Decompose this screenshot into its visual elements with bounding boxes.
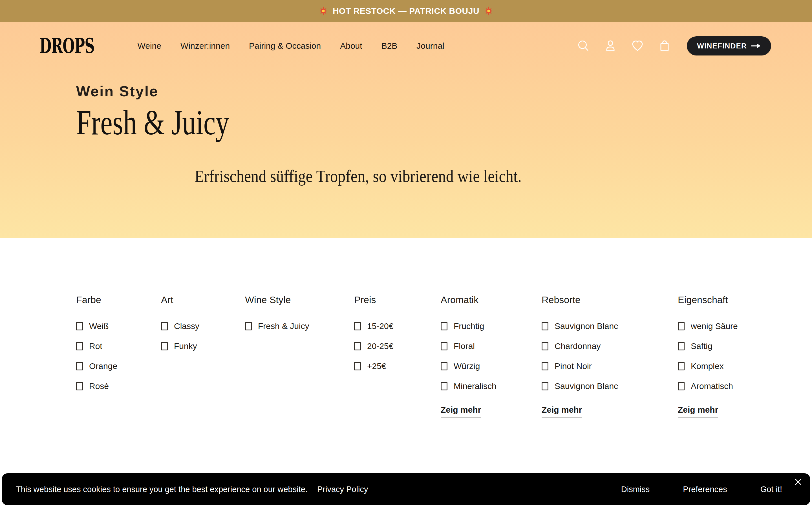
filter-option-label: Pinot Noir [555,361,592,371]
nav-item-weine[interactable]: Weine [138,41,161,51]
filter-option[interactable]: Chardonnay [542,340,601,352]
filter-option[interactable]: Pinot Noir [542,360,592,372]
filter-option-label: Rot [89,341,102,351]
filter-option[interactable]: Floral [441,340,475,352]
checkbox[interactable] [542,322,548,330]
filter-option-label: +25€ [367,361,386,371]
filter-option-label: Mineralisch [454,381,497,391]
privacy-policy-link[interactable]: Privacy Policy [317,485,368,494]
checkbox[interactable] [678,382,684,390]
main-nav: Weine Winzer:innen Pairing & Occasion Ab… [138,41,444,51]
filter-option-label: Orange [89,361,117,371]
close-icon[interactable] [794,477,803,487]
checkbox[interactable] [542,342,548,350]
cart-bag-icon[interactable] [658,40,671,52]
filter-option[interactable]: Aromatisch [678,380,733,392]
filter-group-art: Art Classy Funky [161,294,245,417]
checkbox[interactable] [76,382,83,390]
checkbox[interactable] [354,342,361,350]
filter-option[interactable]: 20-25€ [354,340,393,352]
filter-option[interactable]: Fresh & Juicy [245,320,309,332]
checkbox[interactable] [161,322,168,330]
filter-group-title: Rebsorte [542,294,678,305]
header-icon-group [577,40,671,52]
filter-option[interactable]: Fruchtig [441,320,484,332]
wishlist-heart-icon[interactable] [631,40,644,52]
filter-option-label: 20-25€ [367,341,393,351]
cookie-message: This website uses cookies to ensure you … [16,485,308,494]
checkbox[interactable] [354,362,361,371]
filter-group-title: Art [161,294,245,305]
checkbox[interactable] [76,322,83,330]
filter-option[interactable]: Komplex [678,360,724,372]
filter-option-label: Würzig [454,361,480,371]
checkbox[interactable] [678,342,684,350]
checkbox[interactable] [76,362,83,371]
checkbox[interactable] [161,342,168,350]
announcement-text: HOT RESTOCK — PATRICK BOUJU [333,6,479,16]
dismiss-button[interactable]: Dismiss [621,485,650,494]
page-title: Fresh & Juicy [76,103,679,143]
filter-group-wine-style: Wine Style Fresh & Juicy [245,294,354,417]
checkbox[interactable] [354,322,361,330]
checkbox[interactable] [441,362,448,371]
filter-group-title: Farbe [76,294,161,305]
show-more-link[interactable]: Zeig mehr [678,405,718,417]
search-icon[interactable] [577,40,590,52]
filter-option-label: Rosé [89,381,109,391]
filter-option[interactable]: Rot [76,340,102,352]
filter-option[interactable]: Würzig [441,360,480,372]
filter-option-label: Floral [454,341,475,351]
accept-button[interactable]: Got it! [760,485,782,494]
checkbox[interactable] [76,342,83,350]
filter-option[interactable]: Sauvignon Blanc [542,320,618,332]
winefinder-button[interactable]: WINEFINDER [687,36,771,55]
checkbox[interactable] [245,322,252,330]
checkbox[interactable] [441,342,448,350]
filter-option[interactable]: Classy [161,320,199,332]
show-more-link[interactable]: Zeig mehr [542,405,582,417]
arrow-right-icon [751,43,761,49]
filter-option[interactable]: +25€ [354,360,386,372]
filter-option[interactable]: Orange [76,360,117,372]
checkbox[interactable] [678,322,684,330]
burst-emoji-icon [319,6,328,16]
announcement-bar: HOT RESTOCK — PATRICK BOUJU [0,0,812,22]
winefinder-label: WINEFINDER [697,42,747,50]
filter-option-label: 15-20€ [367,321,393,331]
nav-item-b2b[interactable]: B2B [382,41,398,51]
checkbox[interactable] [678,362,684,371]
nav-item-winzerinnen[interactable]: Winzer:innen [181,41,230,51]
filter-option[interactable]: Funky [161,340,197,352]
filter-group-eigenschaft: Eigenschaft wenig Säure Saftig Komplex A… [678,294,812,417]
filter-option[interactable]: 15-20€ [354,320,393,332]
filter-option-label: Aromatisch [691,381,733,391]
checkbox[interactable] [542,362,548,371]
account-icon[interactable] [604,40,617,52]
nav-item-about[interactable]: About [340,41,362,51]
filter-option[interactable]: Rosé [76,380,109,392]
checkbox[interactable] [441,382,448,390]
filter-option[interactable]: Weiß [76,320,109,332]
filter-option-label: Komplex [691,361,724,371]
filter-option-label: Classy [174,321,199,331]
checkbox[interactable] [441,322,448,330]
filter-option-label: Funky [174,341,197,351]
filter-option-label: Fresh & Juicy [258,321,309,331]
filter-option[interactable]: Mineralisch [441,380,497,392]
preferences-button[interactable]: Preferences [683,485,727,494]
drops-logo[interactable]: DROPS [40,34,94,58]
filter-option-label: Sauvignon Blanc [555,381,618,391]
checkbox[interactable] [542,382,548,390]
nav-item-journal[interactable]: Journal [416,41,444,51]
filter-group-title: Eigenschaft [678,294,812,305]
filter-option-label: Sauvignon Blanc [555,321,618,331]
hero-subtitle: Erfrischend süffige Tropfen, so vibriere… [110,166,606,186]
filter-option[interactable]: wenig Säure [678,320,738,332]
filter-group-title: Wine Style [245,294,354,305]
nav-item-pairing-occasion[interactable]: Pairing & Occasion [249,41,321,51]
filter-option[interactable]: Saftig [678,340,712,352]
show-more-link[interactable]: Zeig mehr [441,405,481,417]
filter-option[interactable]: Sauvignon Blanc [542,380,618,392]
filter-group-farbe: Farbe Weiß Rot Orange Rosé [76,294,161,417]
